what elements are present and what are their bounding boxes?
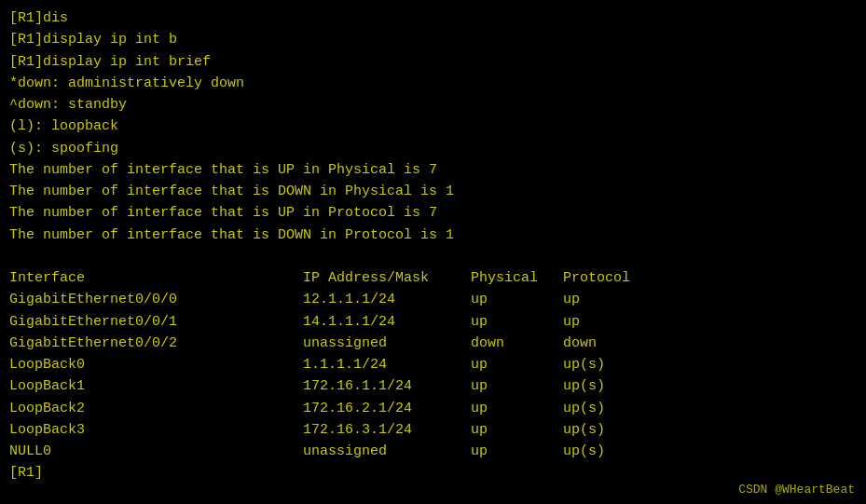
line-10: The number of interface that is UP in Pr… [9,202,857,224]
line-8: The number of interface that is UP in Ph… [9,159,857,181]
line-9: The number of interface that is DOWN in … [9,181,857,202]
terminal-window: [R1]dis [R1]display ip int b [R1]display… [0,0,866,492]
table-row-lb2: LoopBack2 172.16.2.1/24 up up(s) [9,398,857,419]
line-11: The number of interface that is DOWN in … [9,225,857,246]
empty-line [9,246,857,267]
line-4: *down: administratively down [9,73,857,94]
table-row-lb3: LoopBack3 172.16.3.1/24 up up(s) [9,419,857,441]
line-1: [R1]dis [9,7,857,29]
line-2: [R1]display ip int b [9,29,857,50]
watermark: CSDN @WHeartBeat [738,483,855,497]
line-3: [R1]display ip int brief [9,51,857,73]
table-row-ge000: GigabitEthernet0/0/0 12.1.1.1/24 up up [9,289,857,310]
table-header: Interface IP Address/Mask Physical Proto… [9,267,857,289]
line-6: (l): loopback [9,116,857,137]
table-row-null0: NULL0 unassigned up up(s) [9,441,857,462]
table-row-lb0: LoopBack0 1.1.1.1/24 up up(s) [9,354,857,375]
prompt-line: [R1] [9,462,857,484]
table-row-lb1: LoopBack1 172.16.1.1/24 up up(s) [9,375,857,397]
table-row-ge002: GigabitEthernet0/0/2 unassigned down dow… [9,333,857,354]
line-7: (s): spoofing [9,138,857,159]
table-row-ge001: GigabitEthernet0/0/1 14.1.1.1/24 up up [9,311,857,333]
line-5: ^down: standby [9,94,857,116]
